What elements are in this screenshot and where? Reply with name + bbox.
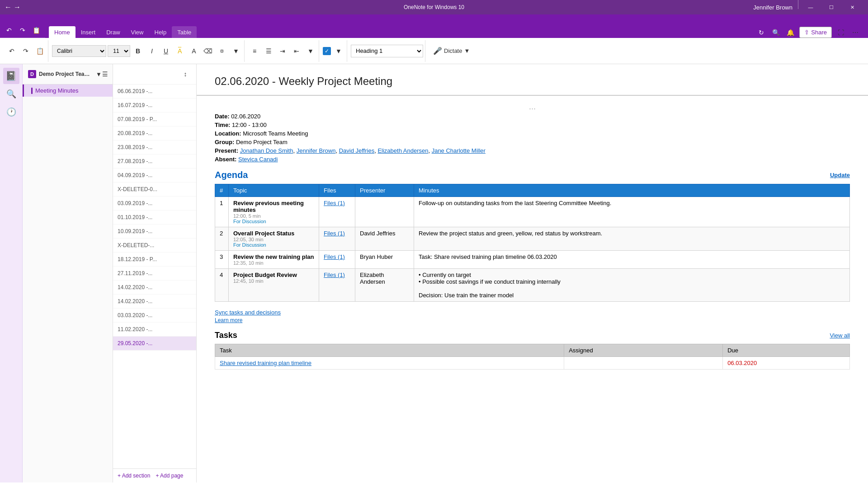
present-person-2[interactable]: David Jeffries <box>339 147 375 154</box>
redo-ribbon-btn[interactable]: ↷ <box>19 45 32 57</box>
tab-view[interactable]: View <box>126 26 149 38</box>
agenda-row-4-files: Files (1) <box>319 269 355 302</box>
back-button[interactable]: ← <box>5 5 11 10</box>
agenda-row-1-topic: Review previous meeting minutes 12:00, 5… <box>229 197 319 227</box>
page-item-5[interactable]: 27.08.2019 -... <box>113 155 196 169</box>
clipboard-ribbon-btn[interactable]: 📋 <box>33 45 46 57</box>
page-item-15[interactable]: 14.02.2020 -... <box>113 295 196 309</box>
share-button[interactable]: ⇧ Share <box>799 27 832 38</box>
tab-insert[interactable]: Insert <box>75 26 101 38</box>
notebook-icon-btn[interactable]: 📓 <box>3 68 19 84</box>
styles-group: Heading 1 Heading 2 Normal <box>349 40 425 62</box>
present-person-3[interactable]: Elizabeth Andersen <box>377 147 428 154</box>
view-all-link[interactable]: View all <box>830 332 850 339</box>
more-options-icon[interactable]: ⋯ <box>850 27 861 38</box>
agenda-row-4-bullet-2: • Possible cost savings if we conduct tr… <box>419 278 845 285</box>
tab-help[interactable]: Help <box>149 26 172 38</box>
page-item-16[interactable]: 03.03.2020 -... <box>113 309 196 323</box>
font-selector[interactable]: Calibri <box>52 45 106 57</box>
sync-icon[interactable]: ↻ <box>756 27 767 38</box>
notebook-title[interactable]: D Demo Project Team Notebook ▼ <box>28 70 102 78</box>
tab-home[interactable]: Home <box>49 26 75 38</box>
strikethrough-button[interactable]: ⌫ <box>202 45 214 57</box>
page-item-1[interactable]: 16.07.2019 -... <box>113 98 196 112</box>
page-item-2[interactable]: 07.08.2019 - P... <box>113 112 196 126</box>
close-button[interactable]: ✕ <box>842 0 863 14</box>
page-item-8[interactable]: 03.09.2019 -... <box>113 197 196 211</box>
section-item-meeting-minutes[interactable]: Meeting Minutes <box>23 84 113 97</box>
format-more-btn[interactable]: ▼ <box>230 45 242 57</box>
tab-table[interactable]: Table <box>172 26 197 38</box>
page-item-7[interactable]: X-DELETED-0... <box>113 183 196 197</box>
learn-more-link[interactable]: Learn more <box>215 317 242 323</box>
agenda-row-2-files-link[interactable]: Files (1) <box>324 230 345 237</box>
user-name: Jennifer Brown <box>750 0 796 14</box>
agenda-section: Agenda Update <box>215 170 850 180</box>
dictate-button[interactable]: 🎤 Dictate ▼ <box>429 45 474 57</box>
agenda-row-1-topic-title: Review previous meeting minutes <box>233 200 314 213</box>
absent-person-0[interactable]: Stevica Canadi <box>238 156 278 163</box>
page-item-4[interactable]: 23.08.2019 -... <box>113 140 196 155</box>
sync-link[interactable]: Sync tasks and decisions <box>215 309 850 316</box>
list-more-btn[interactable]: ▼ <box>304 45 317 57</box>
page-item-9[interactable]: 01.10.2019 -... <box>113 211 196 225</box>
clipboard-button[interactable]: 📋 <box>31 25 42 36</box>
present-person-4[interactable]: Jane Charlotte Miller <box>432 147 486 154</box>
update-link[interactable]: Update <box>830 172 850 178</box>
search-sidebar-btn[interactable]: 🔍 <box>3 86 19 102</box>
agenda-row-4-topic: Project Budget Review 12:45, 10 min <box>229 269 319 302</box>
tasks-heading: Tasks <box>215 331 237 340</box>
highlight-button[interactable]: A̅ <box>174 45 186 57</box>
page-item-17[interactable]: 11.02.2020 -... <box>113 323 196 337</box>
checkbox-more-btn[interactable]: ▼ <box>332 45 345 57</box>
tasks-col-due: Due <box>723 344 850 357</box>
notebook-icon: D <box>28 70 36 78</box>
italic-button[interactable]: I <box>146 45 158 57</box>
task-row-1-link[interactable]: Share revised training plan timeline <box>220 360 311 366</box>
page-item-3[interactable]: 20.08.2019 -... <box>113 126 196 140</box>
present-person-0[interactable]: Jonathan Doe Smith <box>240 147 293 154</box>
page-item-0[interactable]: 06.06.2019 -... <box>113 84 196 98</box>
recent-sidebar-btn[interactable]: 🕐 <box>3 104 19 120</box>
microphone-icon: 🎤 <box>433 47 442 55</box>
page-item-10[interactable]: 10.09.2019 -... <box>113 225 196 239</box>
tab-draw[interactable]: Draw <box>101 26 125 38</box>
page-item-11[interactable]: X-DELETED-... <box>113 239 196 253</box>
agenda-row-2-topic: Overall Project Status 12:05, 30 min For… <box>229 227 319 251</box>
heading-style-selector[interactable]: Heading 1 Heading 2 Normal <box>351 45 423 57</box>
decrease-indent-button[interactable]: ⇥ <box>276 45 289 57</box>
forward-button[interactable]: → <box>14 5 20 10</box>
add-section-button[interactable]: + Add section <box>118 473 150 479</box>
undo-button[interactable]: ↶ <box>4 25 14 36</box>
agenda-row-4-files-link[interactable]: Files (1) <box>324 272 345 278</box>
search-icon[interactable]: 🔍 <box>770 27 781 38</box>
sync-section: Sync tasks and decisions Learn more <box>215 309 850 323</box>
page-item-18[interactable]: 29.05.2020 -... <box>113 337 196 351</box>
page-list: 06.06.2019 -... 16.07.2019 -... 07.08.20… <box>113 84 196 468</box>
minimize-button[interactable]: — <box>800 0 821 14</box>
font-size-selector[interactable]: 11 <box>108 45 130 57</box>
todo-checkbox-button[interactable]: ✓ <box>323 47 331 55</box>
expand-icon[interactable]: ⛶ <box>835 27 846 38</box>
font-color-button[interactable]: A <box>188 45 200 57</box>
page-item-14[interactable]: 14.02.2020 -... <box>113 281 196 295</box>
bold-button[interactable]: B <box>132 45 144 57</box>
agenda-row-3-files-link[interactable]: Files (1) <box>324 253 345 260</box>
add-page-button[interactable]: + Add page <box>156 473 183 479</box>
present-person-1[interactable]: Jennifer Brown <box>297 147 336 154</box>
increase-indent-button[interactable]: ⇤ <box>290 45 303 57</box>
sort-sections-btn[interactable]: ☰ <box>102 68 108 80</box>
page-item-12[interactable]: 18.12.2019 - P... <box>113 253 196 267</box>
page-item-13[interactable]: 27.11.2019 -... <box>113 267 196 281</box>
redo-button[interactable]: ↷ <box>17 25 28 36</box>
bullet-list-button[interactable]: ≡ <box>248 45 261 57</box>
agenda-row-1-files-link[interactable]: Files (1) <box>324 200 345 206</box>
numbered-list-button[interactable]: ☰ <box>262 45 275 57</box>
underline-button[interactable]: U <box>160 45 172 57</box>
maximize-button[interactable]: ☐ <box>821 0 842 14</box>
page-item-6[interactable]: 04.09.2019 -... <box>113 169 196 183</box>
undo-ribbon-btn[interactable]: ↶ <box>5 45 18 57</box>
clear-format-button[interactable]: ¤ <box>216 45 228 57</box>
sort-pages-btn[interactable]: ↕ <box>179 68 192 80</box>
notifications-icon[interactable]: 🔔 <box>785 27 796 38</box>
